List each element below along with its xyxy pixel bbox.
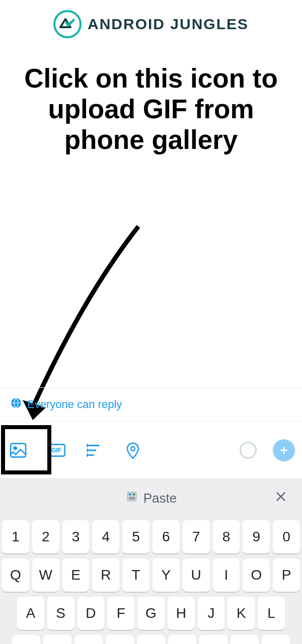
key-3[interactable]: 3: [62, 520, 90, 553]
key-z[interactable]: Z: [43, 635, 71, 644]
key-6[interactable]: 6: [153, 520, 180, 553]
svg-rect-9: [132, 493, 135, 495]
key-f[interactable]: F: [107, 597, 134, 630]
key-j[interactable]: J: [198, 597, 225, 630]
key-1[interactable]: 1: [2, 520, 29, 553]
key-h[interactable]: H: [168, 597, 195, 630]
key-5[interactable]: 5: [122, 520, 149, 553]
add-thread-button[interactable]: [273, 439, 295, 461]
key-w[interactable]: W: [32, 558, 59, 592]
svg-rect-3: [11, 444, 26, 457]
reply-permission-row[interactable]: Everyone can reply: [0, 387, 302, 422]
character-count-circle: [240, 442, 257, 459]
key-s[interactable]: S: [47, 597, 74, 630]
key-8[interactable]: 8: [213, 520, 240, 553]
gif-button[interactable]: GIF: [45, 439, 67, 461]
paste-suggestion[interactable]: Paste: [125, 490, 177, 507]
key-v[interactable]: V: [137, 635, 165, 644]
key-b[interactable]: B: [168, 635, 196, 644]
key-g[interactable]: G: [137, 597, 165, 630]
key-l[interactable]: L: [258, 597, 285, 630]
location-button[interactable]: [122, 439, 144, 461]
keyboard-row-4: Z X C V B N M: [2, 635, 300, 644]
key-t[interactable]: T: [122, 558, 149, 592]
key-7[interactable]: 7: [183, 520, 210, 553]
keyboard-row-2: Q W E R T Y U I O P: [2, 558, 300, 592]
key-y[interactable]: Y: [153, 558, 180, 592]
brand-logo-icon: [53, 10, 82, 38]
paste-label: Paste: [143, 491, 177, 506]
gif-label: GIF: [51, 447, 61, 454]
svg-point-6: [131, 447, 135, 451]
key-p[interactable]: P: [273, 558, 300, 592]
key-9[interactable]: 9: [243, 520, 270, 553]
reply-permission-label: Everyone can reply: [27, 398, 122, 411]
instruction-text: Click on this icon to upload GIF from ph…: [0, 43, 302, 155]
svg-rect-10: [128, 497, 135, 500]
key-r[interactable]: R: [92, 558, 119, 592]
svg-rect-8: [128, 493, 131, 495]
svg-point-4: [14, 447, 17, 449]
key-2[interactable]: 2: [32, 520, 59, 553]
key-c[interactable]: C: [106, 635, 134, 644]
key-m[interactable]: M: [231, 635, 259, 644]
key-a[interactable]: A: [17, 597, 44, 630]
image-upload-button[interactable]: [7, 439, 29, 461]
key-u[interactable]: U: [183, 558, 210, 592]
key-backspace[interactable]: [262, 635, 290, 644]
key-shift[interactable]: [12, 635, 40, 644]
poll-button[interactable]: [84, 439, 106, 461]
key-e[interactable]: E: [62, 558, 90, 592]
key-n[interactable]: N: [199, 635, 228, 644]
key-4[interactable]: 4: [92, 520, 119, 553]
keyboard-suggestion-row: Paste: [0, 478, 302, 518]
key-q[interactable]: Q: [2, 558, 29, 592]
keyboard: Paste 1 2 3 4 5 6 7 8 9 0 Q W E R T Y U: [0, 478, 302, 644]
key-i[interactable]: I: [213, 558, 240, 592]
clipboard-image-icon: [125, 490, 138, 507]
keyboard-row-1: 1 2 3 4 5 6 7 8 9 0: [2, 520, 300, 553]
compose-toolbar: GIF: [0, 430, 302, 470]
key-d[interactable]: D: [78, 597, 105, 630]
brand-name: ANDROID JUNGLES: [88, 16, 249, 33]
close-suggestion-button[interactable]: [274, 489, 288, 508]
keyboard-row-3: A S D F G H J K L: [2, 597, 300, 630]
key-x[interactable]: X: [74, 635, 103, 644]
key-k[interactable]: K: [228, 597, 255, 630]
globe-icon: [10, 397, 22, 412]
brand-header: ANDROID JUNGLES: [0, 0, 302, 43]
key-o[interactable]: O: [243, 558, 270, 592]
key-0[interactable]: 0: [273, 520, 300, 553]
